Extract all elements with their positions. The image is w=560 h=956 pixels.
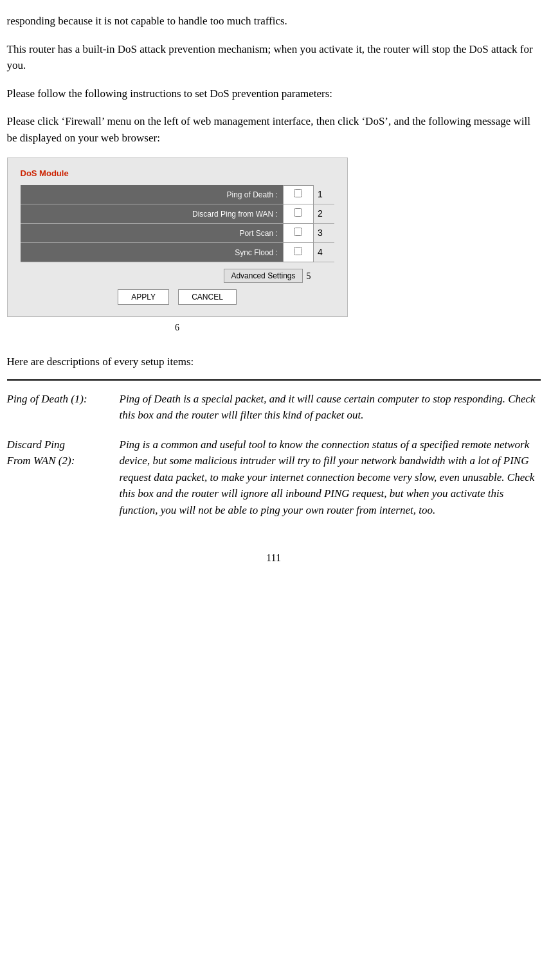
ping-of-death-term: Ping of Death (1): <box>7 391 120 437</box>
table-row: Port Scan : 3 <box>21 224 334 243</box>
descriptions-table: Ping of Death (1): Ping of Death is a sp… <box>7 391 541 532</box>
cancel-button[interactable]: CANCEL <box>178 289 237 305</box>
discard-ping-term: Discard Ping From WAN (2): <box>7 437 120 532</box>
port-scan-checkbox[interactable] <box>283 224 313 243</box>
ping-of-death-checkbox[interactable] <box>283 185 313 204</box>
page-number: 111 <box>7 550 541 566</box>
port-scan-number: 3 <box>314 224 334 243</box>
advanced-settings-number: 5 <box>307 269 311 283</box>
paragraph-4: Please click ‘Firewall’ menu on the left… <box>7 113 541 146</box>
sync-flood-number: 4 <box>314 243 334 262</box>
paragraph-3: Please follow the following instructions… <box>7 86 541 102</box>
discard-ping-label: Discard Ping from WAN : <box>21 204 284 224</box>
table-row: Discard Ping from WAN : 2 <box>21 204 334 224</box>
advanced-settings-button[interactable]: Advanced Settings <box>224 269 302 283</box>
descriptions-heading: Here are descriptions of every setup ite… <box>7 354 541 370</box>
table-row: Ping of Death : 1 <box>21 185 334 204</box>
sync-flood-label: Sync Flood : <box>21 243 284 262</box>
paragraph-1: responding because it is not capable to … <box>7 13 541 30</box>
desc-row-ping-of-death: Ping of Death (1): Ping of Death is a sp… <box>7 391 541 437</box>
dos-module-container: DoS Module Ping of Death : 1 Discard Pin… <box>7 158 348 317</box>
dos-module-title: DoS Module <box>21 167 334 180</box>
buttons-row: APPLY CANCEL <box>21 289 334 305</box>
annotation-6: 6 <box>7 321 348 334</box>
section-divider <box>7 379 541 381</box>
ping-of-death-definition: Ping of Death is a special packet, and i… <box>120 391 541 437</box>
ping-of-death-label: Ping of Death : <box>21 185 284 204</box>
ping-of-death-number: 1 <box>314 185 334 204</box>
advanced-settings-area: Advanced Settings 5 <box>21 269 334 283</box>
desc-row-discard-ping: Discard Ping From WAN (2): Ping is a com… <box>7 437 541 532</box>
port-scan-label: Port Scan : <box>21 224 284 243</box>
paragraph-2: This router has a built-in DoS attack pr… <box>7 41 541 74</box>
discard-ping-definition: Ping is a common and useful tool to know… <box>120 437 541 532</box>
apply-button[interactable]: APPLY <box>118 289 169 305</box>
dos-module-wrapper: DoS Module Ping of Death : 1 Discard Pin… <box>7 158 541 334</box>
dos-table: Ping of Death : 1 Discard Ping from WAN … <box>21 185 334 263</box>
page-content: responding because it is not capable to … <box>7 13 541 566</box>
discard-ping-checkbox[interactable] <box>283 204 313 224</box>
sync-flood-checkbox[interactable] <box>283 243 313 262</box>
table-row: Sync Flood : 4 <box>21 243 334 262</box>
discard-ping-number: 2 <box>314 204 334 224</box>
